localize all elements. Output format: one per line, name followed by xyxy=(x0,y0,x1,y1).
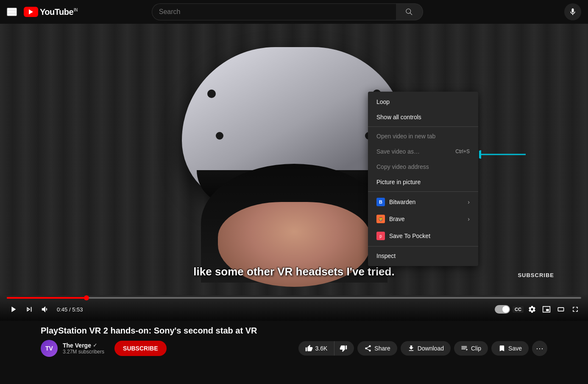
video-container[interactable]: like some other VR headsets I've tried. … xyxy=(0,24,588,321)
controls-right: CC xyxy=(495,303,581,315)
progress-dot xyxy=(84,295,89,300)
search-input[interactable] xyxy=(152,3,396,20)
youtube-logo[interactable]: YouTubeIN xyxy=(24,7,78,17)
verified-badge: ✓ xyxy=(93,342,97,348)
dislike-button[interactable] xyxy=(334,341,354,356)
search-button[interactable] xyxy=(396,3,423,20)
actions-row: 3.6K Share Download xyxy=(298,341,547,356)
save-button[interactable]: Save xyxy=(491,341,529,356)
toggle-track[interactable] xyxy=(495,305,510,314)
channel-info: TV The Verge ✓ 3.27M subscribers SUBSCRI… xyxy=(41,340,167,357)
channel-avatar[interactable]: TV xyxy=(41,340,58,357)
time-display: 0:45 / 5:53 xyxy=(57,306,83,313)
dot3 xyxy=(216,132,223,140)
toggle-knob xyxy=(502,306,509,313)
theater-button[interactable] xyxy=(555,303,567,315)
context-menu: Loop Show all controls Open video in new… xyxy=(368,92,478,266)
subscribe-overlay: SUBSCRIBE xyxy=(518,272,554,278)
search-bar xyxy=(152,3,423,20)
brave-arrow: › xyxy=(468,216,470,222)
controls-row: 0:45 / 5:53 CC xyxy=(7,303,581,316)
youtube-icon xyxy=(24,7,38,17)
like-dislike-group: 3.6K xyxy=(298,341,354,356)
bitwarden-arrow: › xyxy=(468,199,470,205)
share-button[interactable]: Share xyxy=(357,341,397,356)
save-icon xyxy=(498,345,506,352)
pip-arrow xyxy=(479,150,530,159)
header-right xyxy=(564,3,581,20)
more-options-button[interactable]: ⋯ xyxy=(532,341,547,356)
voice-search-button[interactable] xyxy=(564,3,581,20)
autoplay-toggle[interactable] xyxy=(495,305,510,314)
search-icon xyxy=(405,8,413,16)
video-meta: TV The Verge ✓ 3.27M subscribers SUBSCRI… xyxy=(41,340,547,357)
subscribe-button[interactable]: SUBSCRIBE xyxy=(114,341,166,356)
download-button[interactable]: Download xyxy=(401,341,451,356)
settings-button[interactable] xyxy=(526,303,538,315)
context-menu-divider-2 xyxy=(368,191,478,192)
share-icon xyxy=(364,345,372,352)
dot1 xyxy=(207,90,216,98)
context-menu-open-new-tab[interactable]: Open video in new tab xyxy=(368,129,478,144)
play-icon xyxy=(8,305,18,314)
thumbs-down-icon xyxy=(340,345,347,352)
video-info: PlayStation VR 2 hands-on: Sony's second… xyxy=(0,321,588,357)
fullscreen-icon xyxy=(571,305,580,314)
play-button[interactable] xyxy=(7,303,20,316)
context-menu-bitwarden[interactable]: B Bitwarden › xyxy=(368,193,478,210)
fullscreen-button[interactable] xyxy=(569,303,581,315)
miniplayer-button[interactable] xyxy=(541,303,552,315)
video-title: PlayStation VR 2 hands-on: Sony's second… xyxy=(41,326,547,336)
pocket-icon: p xyxy=(376,232,385,240)
more-options-icon: ⋯ xyxy=(536,344,543,353)
context-menu-brave[interactable]: 🦁 Brave › xyxy=(368,210,478,227)
volume-button[interactable] xyxy=(39,303,52,316)
context-menu-divider-3 xyxy=(368,246,478,247)
context-menu-show-all-controls[interactable]: Show all controls xyxy=(368,109,478,125)
bitwarden-icon: B xyxy=(376,198,385,206)
clip-button[interactable]: Clip xyxy=(454,341,488,356)
settings-icon xyxy=(528,305,536,314)
context-menu-copy-address[interactable]: Copy video address xyxy=(368,159,478,174)
context-menu-save-video-as[interactable]: Save video as… Ctrl+S xyxy=(368,144,478,159)
like-button[interactable]: 3.6K xyxy=(298,341,334,356)
brave-icon: 🦁 xyxy=(376,215,385,223)
next-icon xyxy=(25,305,34,314)
cc-button[interactable]: CC xyxy=(513,306,524,313)
mic-icon xyxy=(568,8,577,16)
video-controls-bar: 0:45 / 5:53 CC xyxy=(0,294,588,321)
cc-label: CC xyxy=(515,307,521,312)
context-menu-divider-1 xyxy=(368,126,478,127)
volume-icon xyxy=(41,305,50,314)
header-left: YouTubeIN xyxy=(7,7,78,17)
theater-icon xyxy=(557,305,565,314)
next-button[interactable] xyxy=(23,303,36,316)
thumbs-up-icon xyxy=(305,345,313,352)
channel-name[interactable]: The Verge ✓ xyxy=(63,342,104,349)
download-icon xyxy=(407,345,415,352)
miniplayer-icon xyxy=(542,305,551,314)
context-menu-inspect[interactable]: Inspect xyxy=(368,248,478,263)
context-menu-save-to-pocket[interactable]: p Save To Pocket xyxy=(368,227,478,244)
channel-name-wrapper: The Verge ✓ 3.27M subscribers xyxy=(63,342,104,355)
context-menu-picture-in-picture[interactable]: Picture in picture xyxy=(368,174,478,190)
youtube-wordmark: YouTubeIN xyxy=(40,7,78,17)
header: YouTubeIN xyxy=(0,0,588,24)
clip-icon xyxy=(461,345,468,352)
subtitles-text: like some other VR headsets I've tried. xyxy=(193,265,394,278)
progress-bar-fill xyxy=(7,297,85,299)
context-menu-loop[interactable]: Loop xyxy=(368,94,478,109)
channel-subscribers: 3.27M subscribers xyxy=(63,349,104,355)
progress-bar[interactable] xyxy=(7,297,581,299)
video-background: like some other VR headsets I've tried. … xyxy=(0,24,588,321)
hamburger-menu-button[interactable] xyxy=(7,8,17,16)
